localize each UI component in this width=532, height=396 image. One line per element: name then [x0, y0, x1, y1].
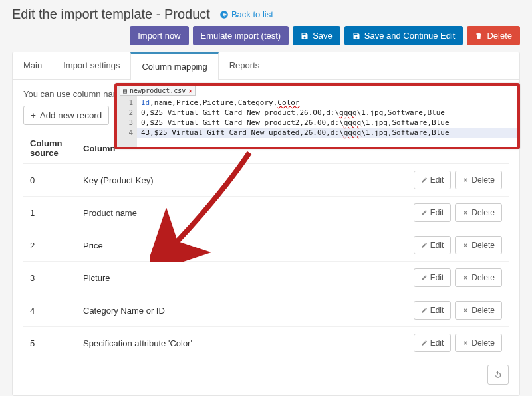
edit-row-button[interactable]: Edit: [414, 334, 452, 352]
pencil-icon: [421, 307, 428, 314]
table-row: 0Key (Product Key)EditDelete: [23, 164, 509, 197]
save-continue-button[interactable]: Save and Continue Edit: [344, 26, 464, 45]
emulate-import-button[interactable]: Emulate import (test): [193, 26, 289, 45]
delete-row-button[interactable]: Delete: [455, 334, 502, 352]
page-title: Edit the import template - Product: [12, 7, 210, 22]
back-to-list-link[interactable]: Back to list: [219, 9, 273, 19]
row-column-name: Price: [76, 229, 389, 262]
tab-bar: Main Import settings Column mapping Repo…: [13, 52, 519, 80]
delete-row-button[interactable]: Delete: [455, 268, 502, 287]
x-icon: [462, 177, 469, 183]
delete-row-button[interactable]: Delete: [455, 203, 502, 222]
row-source: 2: [23, 229, 76, 262]
pencil-icon: [421, 209, 428, 216]
save-icon: [352, 32, 360, 40]
mapping-table: Column source Column 0Key (Product Key)E…: [23, 133, 509, 359]
table-row: 2PriceEditDelete: [23, 229, 509, 262]
action-toolbar: Import now Emulate import (test) Save Sa…: [0, 26, 532, 52]
row-column-name: Key (Product Key): [76, 164, 389, 197]
save-icon: [301, 32, 309, 40]
row-source: 5: [23, 327, 76, 359]
tab-column-mapping[interactable]: Column mapping: [130, 52, 218, 80]
back-link-label: Back to list: [231, 9, 273, 19]
refresh-icon: [493, 370, 503, 379]
edit-row-button[interactable]: Edit: [414, 268, 452, 287]
table-row: 1Product nameEditDelete: [23, 197, 509, 229]
edit-row-button[interactable]: Edit: [414, 301, 452, 320]
close-icon: ✕: [188, 87, 192, 94]
delete-row-button[interactable]: Delete: [455, 171, 502, 189]
delete-button[interactable]: Delete: [467, 26, 520, 45]
file-icon: ▤: [123, 87, 127, 94]
row-source: 4: [23, 294, 76, 327]
save-button[interactable]: Save: [293, 26, 340, 45]
edit-row-button[interactable]: Edit: [414, 203, 452, 222]
tab-main[interactable]: Main: [13, 52, 53, 79]
row-source: 0: [23, 164, 76, 197]
row-column-name: Specification attribute 'Color': [76, 327, 389, 359]
tab-reports[interactable]: Reports: [219, 52, 271, 79]
refresh-button[interactable]: [487, 365, 509, 385]
csv-preview-callout: ▤ newproduct.csv ✕ 1234 Id,name,Price,Pi…: [114, 83, 520, 149]
delete-row-button[interactable]: Delete: [455, 236, 502, 254]
row-column-name: Category Name or ID: [76, 294, 389, 327]
x-icon: [462, 274, 469, 281]
table-row: 4Category Name or IDEditDelete: [23, 294, 509, 327]
row-column-name: Picture: [76, 262, 389, 294]
x-icon: [462, 209, 469, 216]
trash-icon: [475, 32, 483, 40]
x-icon: [462, 307, 469, 314]
row-column-name: Product name: [76, 197, 389, 229]
col-header-source: Column source: [23, 133, 76, 164]
pencil-icon: [421, 340, 428, 346]
row-source: 1: [23, 197, 76, 229]
delete-row-button[interactable]: Delete: [455, 301, 502, 320]
pencil-icon: [421, 274, 428, 281]
csv-filename: newproduct.csv: [130, 87, 186, 94]
back-arrow-icon: [219, 10, 229, 19]
edit-row-button[interactable]: Edit: [414, 236, 452, 254]
x-icon: [462, 242, 469, 248]
pencil-icon: [421, 242, 428, 248]
table-row: 5Specification attribute 'Color'EditDele…: [23, 327, 509, 359]
row-source: 3: [23, 262, 76, 294]
import-now-button[interactable]: Import now: [130, 26, 188, 45]
csv-file-tab: ▤ newproduct.csv ✕: [120, 86, 196, 96]
tab-import-settings[interactable]: Import settings: [53, 52, 130, 79]
edit-row-button[interactable]: Edit: [414, 171, 452, 189]
x-icon: [462, 340, 469, 346]
plus-icon: +: [31, 110, 36, 120]
table-row: 3PictureEditDelete: [23, 262, 509, 294]
pencil-icon: [421, 177, 428, 183]
add-record-button[interactable]: + Add new record: [23, 106, 109, 125]
page-header: Edit the import template - Product Back …: [0, 0, 532, 26]
